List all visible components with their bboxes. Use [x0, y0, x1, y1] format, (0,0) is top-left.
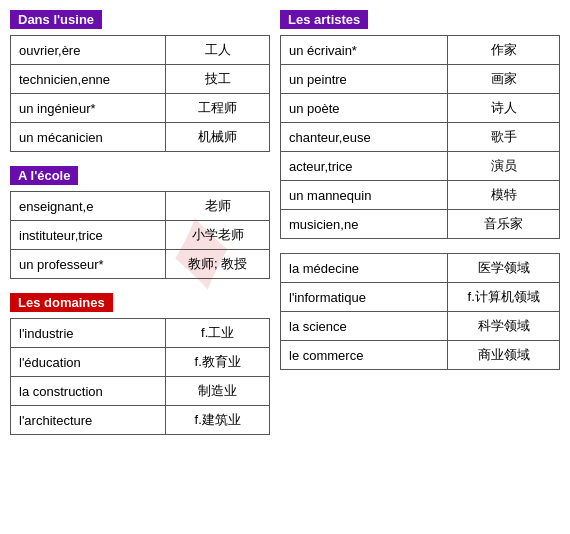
table-row: le commerce商业领域	[281, 341, 560, 370]
table-row: l'industrief.工业	[11, 319, 270, 348]
dans-usine-title: Dans l'usine	[10, 10, 102, 29]
dans-usine-section: Dans l'usine ouvrier,ère工人technicien,enn…	[10, 10, 270, 152]
right-column: Les artistes un écrivain*作家un peintre画家u…	[280, 10, 560, 449]
domaines-right-table: la médecine医学领域l'informatiquef.计算机领域la s…	[280, 253, 560, 370]
table-row: chanteur,euse歌手	[281, 123, 560, 152]
table-row: musicien,ne音乐家	[281, 210, 560, 239]
table-row: ouvrier,ère工人	[11, 36, 270, 65]
table-row: acteur,trice演员	[281, 152, 560, 181]
les-artistes-section: Les artistes un écrivain*作家un peintre画家u…	[280, 10, 560, 239]
a-ecole-title: A l'école	[10, 166, 78, 185]
table-row: un écrivain*作家	[281, 36, 560, 65]
table-row: un ingénieur*工程师	[11, 94, 270, 123]
les-domaines-table: l'industrief.工业l'éducationf.教育业la constr…	[10, 318, 270, 435]
les-artistes-title: Les artistes	[280, 10, 368, 29]
table-row: un mannequin模特	[281, 181, 560, 210]
table-row: la construction制造业	[11, 377, 270, 406]
table-row: un professeur*教师; 教授	[11, 250, 270, 279]
table-row: technicien,enne技工	[11, 65, 270, 94]
dans-usine-table: ouvrier,ère工人technicien,enne技工un ingénie…	[10, 35, 270, 152]
table-row: un peintre画家	[281, 65, 560, 94]
les-domaines-title: Les domaines	[10, 293, 113, 312]
table-row: l'informatiquef.计算机领域	[281, 283, 560, 312]
a-ecole-table: enseignant,e老师instituteur,trice小学老师un pr…	[10, 191, 270, 279]
table-row: un poète诗人	[281, 94, 560, 123]
table-row: l'architecturef.建筑业	[11, 406, 270, 435]
les-domaines-section: Les domaines l'industrief.工业l'éducationf…	[10, 293, 270, 435]
left-column: Dans l'usine ouvrier,ère工人technicien,enn…	[10, 10, 270, 449]
table-row: enseignant,e老师	[11, 192, 270, 221]
table-row: instituteur,trice小学老师	[11, 221, 270, 250]
table-row: la médecine医学领域	[281, 254, 560, 283]
table-row: un mécanicien机械师	[11, 123, 270, 152]
a-ecole-section: A l'école enseignant,e老师instituteur,tric…	[10, 166, 270, 279]
table-row: l'éducationf.教育业	[11, 348, 270, 377]
table-row: la science科学领域	[281, 312, 560, 341]
les-artistes-table: un écrivain*作家un peintre画家un poète诗人chan…	[280, 35, 560, 239]
